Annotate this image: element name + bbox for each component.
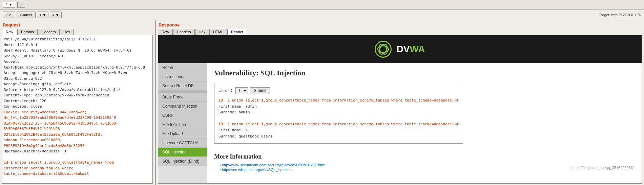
result-line-4: ID: 1 union select 1,group_concat(table_…	[219, 121, 459, 127]
result-line-3: Surname: admin	[219, 109, 459, 115]
user-id-select[interactable]: 1 2 3	[235, 87, 248, 94]
request-panel: Request Raw Params Headers Hex POST /dvw…	[0, 20, 156, 185]
more-info-title: More Information	[214, 153, 635, 160]
nav-setup-reset-db[interactable]: Setup / Reset DB	[158, 81, 207, 91]
result-line-6: Surname: guestbook,users	[219, 133, 459, 140]
dvwa-body: Home Instructions Setup / Reset DB Brute…	[158, 63, 642, 183]
nav-sql-injection-blind[interactable]: SQL Injection (Blind)	[158, 157, 207, 166]
req-line-15: Upgrade-Insecure-Requests: 1	[4, 149, 151, 154]
cancel-button[interactable]: Cancel	[17, 12, 36, 18]
nav-file-upload[interactable]: File Upload	[158, 129, 207, 138]
req-line-7: Referer: http://127.0.0.1/dvwa/vulnerabi…	[4, 87, 151, 93]
dvwa-logo-wa: WA	[410, 44, 425, 54]
result-line-5: First name: 1	[219, 127, 459, 133]
target-label: Target: http://127.0.0.1	[599, 13, 636, 17]
dvwa-page-title: Vulnerability: SQL Injection	[214, 69, 635, 77]
nav-instructions[interactable]: Instructions	[158, 72, 207, 81]
nav-file-inclusion[interactable]: File Inclusion	[158, 120, 207, 129]
req-line-10: Connection: close	[4, 104, 151, 110]
tab-number-label: 1	[6, 3, 8, 7]
back-button[interactable]: < ▼	[37, 12, 48, 18]
request-content: POST /dvwa/vulnerabilities/sqli/ HTTP/1.…	[2, 35, 153, 184]
tab-number[interactable]: 1 ▼	[3, 2, 15, 8]
nav-home[interactable]: Home	[158, 63, 207, 72]
req-line-11: Cookie: security=medium; 044_lang=cn; Hm…	[4, 110, 151, 121]
svg-point-2	[378, 43, 389, 56]
request-tabs-row: Raw Params Headers Hex	[0, 28, 155, 35]
nav-brute-force[interactable]: Brute Force	[158, 93, 207, 102]
toolbar: Go Cancel < ▼ > ▼ Target: http://127.0.0…	[0, 10, 644, 20]
request-title: Request	[0, 20, 155, 28]
tab-raw-request[interactable]: Raw	[2, 29, 17, 35]
dvwa-logo-v: V	[403, 44, 410, 54]
rendered-area: DVWA Home Instructions Setup / Reset DB …	[158, 35, 642, 184]
req-line-14: PHPSESSID=3m2g49ncfbcdo8b48m5bc51250	[4, 143, 151, 149]
req-line-9: Content-Length: 120	[4, 98, 151, 104]
go-button[interactable]: Go	[3, 12, 15, 18]
result-spacer	[219, 115, 459, 122]
result-line-1: ID: 1 union select 1,group_concat(table_…	[219, 97, 459, 104]
dvwa-form-box: User ID: 1 2 3 Submit ID: 1 union select…	[214, 83, 463, 144]
dvwa-content: Vulnerability: SQL Injection User ID: 1 …	[207, 63, 642, 183]
req-line-18: table_schema=database()#&Submit=Submit	[4, 171, 151, 177]
result-line-2: First name: admin	[219, 104, 459, 110]
req-line-12: UIA=0%7B%2c22-28-.16%5D4%5C%5D%2F41%5D4%…	[4, 121, 151, 132]
forward-button[interactable]: > ▼	[50, 12, 61, 18]
tab-hex-response[interactable]: Hex	[195, 29, 209, 35]
dvwa-container: DVWA Home Instructions Setup / Reset DB …	[158, 35, 642, 183]
response-title: Response	[156, 20, 644, 28]
main-layout: Request Raw Params Headers Hex POST /dvw…	[0, 20, 644, 185]
req-line-3: User-Agent: Mozilla/5.0 (Windows NT 10.0…	[4, 48, 151, 59]
submit-button[interactable]: Submit	[250, 87, 270, 94]
tab-params-request[interactable]: Params	[17, 29, 38, 35]
nav-command-injection[interactable]: Command Injection	[158, 102, 207, 111]
response-panel: Response Raw Headers Hex HTML Render	[156, 20, 644, 185]
dvwa-form-row: User ID: 1 2 3 Submit	[219, 87, 459, 94]
tab-render-response[interactable]: Render	[227, 29, 247, 35]
req-line-16	[4, 154, 151, 160]
tab-headers-request[interactable]: Headers	[38, 29, 60, 35]
bottom-link: https://blog.csdn.net/qq_35169059861	[572, 166, 635, 170]
req-line-8: Content-Type: application/x-www-form-url…	[4, 93, 151, 98]
target-info: Target: http://127.0.0.1 ✎	[599, 12, 641, 17]
nav-insecure-captcha[interactable]: Insecure CAPTCHA	[158, 138, 207, 148]
req-line-2: Host: 127.0.0.1	[4, 42, 151, 48]
dvwa-result: ID: 1 union select 1,group_concat(table_…	[219, 97, 459, 139]
tab-headers-response[interactable]: Headers	[173, 29, 195, 35]
req-line-1: POST /dvwa/vulnerabilities/sqli/ HTTP/1.…	[4, 37, 151, 42]
req-line-17: id=1 union select 1,group_concat(table_n…	[4, 160, 151, 171]
tab-ellipsis[interactable]: ...	[17, 2, 25, 8]
req-line-13: 02%5E%5D%28%2B40a%5E2aa0a_0b%60%2F4%2Fe%…	[4, 132, 151, 143]
top-bar: 1 ▼ ...	[0, 0, 644, 10]
nav-sql-injection[interactable]: SQL Injection	[158, 148, 207, 157]
req-line-4: Accept: text/html,application/xhtml+xml,…	[4, 59, 151, 70]
edit-target-icon[interactable]: ✎	[638, 12, 641, 17]
req-line-5: Accept-Language: zh-CN;q=0.8,zh-TW;q=0.7…	[4, 70, 151, 81]
tab-html-response[interactable]: HTML	[209, 29, 227, 35]
tab-raw-response[interactable]: Raw	[158, 29, 173, 35]
dvwa-logo-d: D	[396, 44, 403, 54]
tab-number-icon: ▼	[9, 3, 12, 6]
dvwa-header: DVWA	[158, 35, 642, 63]
dvwa-nav: Home Instructions Setup / Reset DB Brute…	[158, 63, 207, 183]
req-line-6: Accept-Encoding: gzip, deflate	[4, 81, 151, 87]
dvwa-logo-text: DVWA	[396, 44, 425, 55]
user-id-label: User ID:	[219, 88, 233, 93]
nav-csrf[interactable]: CSRF	[158, 111, 207, 120]
dvwa-logo-circle	[375, 41, 392, 58]
tab-hex-request[interactable]: Hex	[60, 29, 74, 35]
response-tabs-row: Raw Headers Hex HTML Render	[156, 28, 644, 35]
